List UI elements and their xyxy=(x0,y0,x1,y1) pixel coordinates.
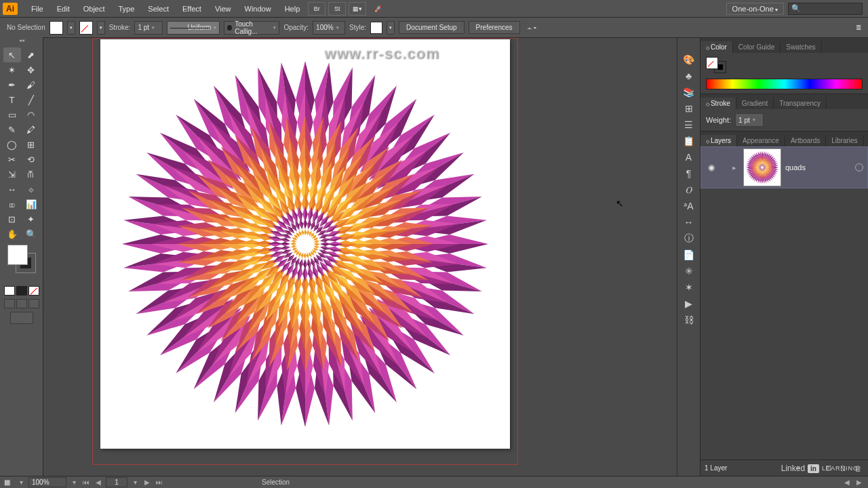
draw-inside[interactable] xyxy=(28,299,39,308)
stroke-dropdown[interactable]: ▾ xyxy=(97,21,105,35)
visibility-toggle-icon[interactable]: ◉ xyxy=(705,161,717,174)
fill-swatch[interactable] xyxy=(50,21,63,35)
tool-5-0[interactable]: ✎ xyxy=(3,122,21,137)
menu-type[interactable]: Type xyxy=(112,2,142,16)
graphic-style[interactable] xyxy=(370,22,382,34)
toolbox-collapse[interactable]: ◂◂ xyxy=(0,37,43,44)
control-bar-menu-icon[interactable]: ≣ xyxy=(856,24,861,31)
dock-icon-14[interactable]: ✶ xyxy=(681,279,697,296)
first-artboard-icon[interactable]: ⏮ xyxy=(81,479,91,486)
stroke-swatch[interactable] xyxy=(79,21,93,35)
tab-gradient[interactable]: Gradient xyxy=(736,98,774,109)
dock-icon-11[interactable]: ⓘ xyxy=(681,230,697,247)
tool-10-0[interactable]: ⎄ xyxy=(3,197,21,211)
tab-color-guide[interactable]: Color Guide xyxy=(733,41,781,53)
tool-6-0[interactable]: ◯ xyxy=(3,137,21,152)
tool-8-1[interactable]: ⫚ xyxy=(22,167,40,182)
tool-9-0[interactable]: ↔ xyxy=(3,182,21,197)
screen-mode[interactable] xyxy=(10,312,33,324)
search-input[interactable]: 🔍 xyxy=(788,3,863,15)
status-dropdown-icon[interactable]: ▾ xyxy=(16,479,26,486)
prev-artboard-icon[interactable]: ◀ xyxy=(94,479,103,486)
canvas-area[interactable]: www.rr-sc.com ↖ xyxy=(43,38,677,476)
arrange-docs-icon[interactable]: ▦▾ xyxy=(349,2,366,16)
tool-4-1[interactable]: ◠ xyxy=(22,107,40,122)
dock-icon-7[interactable]: ¶ xyxy=(681,165,697,182)
tool-10-1[interactable]: 📊 xyxy=(22,197,40,211)
fill-dropdown[interactable]: ▾ xyxy=(67,21,75,35)
target-icon[interactable] xyxy=(855,163,863,171)
expand-layer-icon[interactable]: ▸ xyxy=(732,163,739,172)
tab-libraries[interactable]: Libraries xyxy=(826,135,863,146)
tool-0-1[interactable]: ⬈ xyxy=(22,47,40,62)
brush-definition[interactable]: Touch Callig... xyxy=(224,21,279,35)
tab-layers[interactable]: Layers xyxy=(701,135,737,146)
menu-help[interactable]: Help xyxy=(278,2,307,16)
tab-transparency[interactable]: Transparency xyxy=(774,98,827,109)
scroll-right-icon[interactable]: ▶ xyxy=(854,479,864,486)
dock-icon-8[interactable]: 𝑂 xyxy=(681,182,697,198)
tool-3-0[interactable]: T xyxy=(3,92,21,107)
tool-9-1[interactable]: ⟐ xyxy=(22,182,40,197)
fill-stroke-control[interactable] xyxy=(7,245,36,273)
dock-icon-0[interactable]: 🎨 xyxy=(681,52,697,68)
color-mode[interactable] xyxy=(4,286,15,296)
zoom-dropdown[interactable]: ▾ xyxy=(69,479,79,486)
artboard-dropdown[interactable]: ▾ xyxy=(130,479,140,486)
tool-7-0[interactable]: ✂ xyxy=(3,152,21,167)
dock-icon-16[interactable]: ⛓ xyxy=(681,312,697,328)
tool-12-1[interactable]: 🔍 xyxy=(22,226,40,241)
tool-7-1[interactable]: ⟲ xyxy=(22,152,40,167)
tool-11-0[interactable]: ⊡ xyxy=(3,211,21,226)
menu-window[interactable]: Window xyxy=(238,2,278,16)
tool-1-1[interactable]: ✥ xyxy=(22,62,40,77)
bridge-icon[interactable]: Br xyxy=(308,2,326,16)
preferences-button[interactable]: Preferences xyxy=(469,21,520,34)
menu-effect[interactable]: Effect xyxy=(176,2,208,16)
tool-4-0[interactable]: ▭ xyxy=(3,107,21,122)
next-artboard-icon[interactable]: ▶ xyxy=(142,479,152,486)
stroke-profile[interactable]: Uniform xyxy=(167,21,220,35)
draw-normal[interactable] xyxy=(4,299,15,308)
tool-11-1[interactable]: ✦ xyxy=(22,211,40,226)
dock-icon-12[interactable]: 📄 xyxy=(681,247,697,263)
panel-fill-swatch[interactable] xyxy=(706,57,718,69)
menu-view[interactable]: View xyxy=(208,2,238,16)
dock-icon-3[interactable]: ⊞ xyxy=(681,100,697,117)
tool-1-0[interactable]: ✶ xyxy=(3,62,21,77)
scroll-left-icon[interactable]: ◀ xyxy=(842,479,852,486)
menu-select[interactable]: Select xyxy=(141,2,176,16)
menu-edit[interactable]: Edit xyxy=(50,2,77,16)
tab-artboards[interactable]: Artboards xyxy=(785,135,826,146)
dock-icon-2[interactable]: 📚 xyxy=(681,84,697,100)
document-setup-button[interactable]: Document Setup xyxy=(399,21,465,34)
weight-input[interactable]: 1 pt xyxy=(735,113,764,127)
tool-2-0[interactable]: ✒ xyxy=(3,77,21,92)
dock-icon-1[interactable]: ♣ xyxy=(681,68,697,84)
menu-object[interactable]: Object xyxy=(77,2,112,16)
gpu-icon[interactable]: 🚀 xyxy=(369,2,387,16)
status-menu-icon[interactable]: ▦ xyxy=(4,479,14,486)
stock-icon[interactable]: St xyxy=(328,2,346,16)
tool-3-1[interactable]: ╱ xyxy=(22,92,40,107)
dock-icon-6[interactable]: A xyxy=(681,149,697,165)
tool-6-1[interactable]: ⊞ xyxy=(22,137,40,152)
draw-behind[interactable] xyxy=(16,299,27,308)
artboard-number[interactable]: 1 xyxy=(106,477,127,487)
tab-stroke[interactable]: Stroke xyxy=(701,98,736,109)
gradient-mode[interactable] xyxy=(16,286,27,296)
dock-icon-10[interactable]: ↔ xyxy=(681,214,697,230)
stroke-weight-input[interactable]: 1 pt xyxy=(134,21,163,35)
dock-icon-4[interactable]: ☰ xyxy=(681,117,697,133)
workspace-switcher[interactable]: One-on-One xyxy=(726,3,784,15)
tool-0-0[interactable]: ↖ xyxy=(3,47,21,62)
tab-swatches[interactable]: Swatches xyxy=(781,41,821,53)
tool-2-1[interactable]: 🖌 xyxy=(22,77,40,92)
style-dropdown[interactable]: ▾ xyxy=(387,21,395,35)
opacity-input[interactable]: 100% xyxy=(313,21,345,35)
fill-color[interactable] xyxy=(7,245,28,265)
menu-file[interactable]: File xyxy=(24,2,50,16)
dock-icon-5[interactable]: 📋 xyxy=(681,133,697,149)
tool-8-0[interactable]: ⇲ xyxy=(3,167,21,182)
tool-12-0[interactable]: ✋ xyxy=(3,226,21,241)
